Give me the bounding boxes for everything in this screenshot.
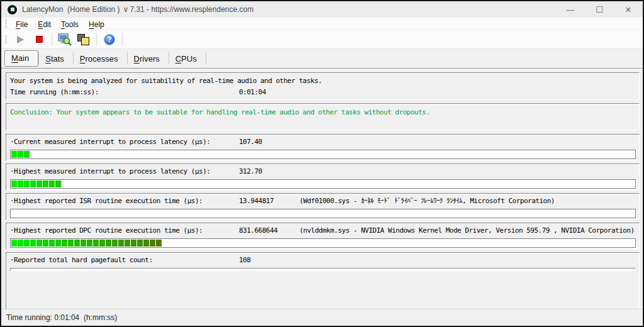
window-title: LatencyMon (Home Edition ) v 7.31 - http… [22, 5, 556, 14]
menu-item-edit[interactable]: Edit [33, 19, 56, 30]
maximize-button[interactable]: ☐ [585, 1, 614, 18]
progress-segment [62, 240, 67, 247]
stat-driver-detail [299, 167, 636, 176]
progress-segment [18, 151, 23, 158]
toolbar-separator [122, 33, 123, 46]
help-button[interactable]: ? [101, 32, 118, 47]
tab-separator [206, 52, 206, 64]
toolbar-separator [52, 33, 52, 46]
progress-segment [24, 151, 30, 158]
stat-label: ·Reported total hard pagefault count: [10, 255, 239, 265]
progress-segment [24, 180, 30, 187]
latency-progress-bar [10, 150, 636, 159]
stat-value: 13.944817 [239, 196, 299, 206]
main-tab-content: Your system is being analyzed for suitab… [1, 68, 643, 309]
progress-segment [43, 180, 48, 187]
cpu-view-icon [77, 34, 90, 45]
progress-segment [55, 180, 61, 187]
latency-progress-bar [10, 238, 636, 248]
progress-segment [55, 240, 61, 247]
stat-row: ·Highest reported DPC routine execution … [10, 226, 636, 235]
tab-cpus[interactable]: CPUs [169, 51, 206, 68]
progress-segment [11, 180, 17, 187]
stop-monitor-button[interactable] [31, 32, 47, 47]
title-bar: LatencyMon (Home Edition ) v 7.31 - http… [1, 1, 643, 18]
start-monitor-button[interactable] [12, 32, 28, 47]
stat-value: 107.40 [239, 137, 299, 147]
tab-bar: MainStatsProcessesDriversCPUs [1, 49, 643, 68]
progress-segment [68, 240, 74, 247]
stat-label: ·Current measured interrupt to process l… [10, 137, 239, 147]
progress-segment [49, 180, 55, 187]
stat-value: 312.70 [239, 167, 299, 176]
toolbar-gripper-icon [5, 35, 7, 43]
stop-icon [36, 36, 43, 43]
progress-segment [11, 151, 17, 158]
latencymon-app-icon [8, 5, 17, 14]
progress-segment [43, 240, 48, 247]
latency-progress-bar [10, 209, 636, 218]
stat-value: 831.668644 [239, 226, 299, 235]
window-controls: — ☐ ✕ [556, 1, 643, 18]
stat-section: ·Highest reported ISR routine execution … [6, 193, 640, 220]
progress-segment [99, 240, 105, 247]
menu-item-help[interactable]: Help [84, 19, 109, 30]
stat-section: ·Highest reported DPC routine execution … [6, 223, 640, 250]
progress-segment [93, 240, 99, 247]
stat-driver-detail [299, 255, 636, 265]
menu-item-tools[interactable]: Tools [56, 19, 84, 30]
progress-segment [36, 240, 42, 247]
stat-section: ·Highest measured interrupt to process l… [6, 164, 640, 191]
analyze-icon [58, 33, 72, 46]
menu-item-file[interactable]: File [11, 19, 33, 30]
stat-label: ·Highest reported DPC routine execution … [10, 226, 239, 235]
progress-segment [49, 240, 55, 247]
close-button[interactable]: ✕ [614, 1, 643, 18]
progress-segment [156, 240, 162, 247]
progress-segment [30, 180, 36, 187]
time-running-label: Time running (h:mm:ss): [10, 87, 239, 98]
status-bar: Time running: 0:01:04 (h:mm:ss) [1, 309, 643, 326]
stat-row: ·Highest reported ISR routine execution … [10, 196, 636, 206]
stat-driver-detail: (nvlddmkm.sys - NVIDIA Windows Kernel Mo… [299, 226, 636, 235]
stat-section: ·Reported total hard pagefault count:108 [6, 252, 640, 309]
progress-segment [137, 240, 143, 247]
progress-segment [80, 240, 86, 247]
latency-progress-bar [10, 179, 636, 189]
progress-segment [150, 240, 155, 247]
analyze-button[interactable] [57, 32, 73, 47]
latencymon-window: LatencyMon (Home Edition ) v 7.31 - http… [0, 0, 644, 327]
stat-section: ·Current measured interrupt to process l… [6, 134, 640, 161]
stat-row: ·Current measured interrupt to process l… [10, 137, 636, 147]
tab-drivers[interactable]: Drivers [128, 51, 169, 68]
progress-segment [24, 240, 30, 247]
toolbar: ? [1, 30, 643, 49]
help-icon: ? [104, 34, 115, 45]
menu-bar: FileEditToolsHelp [1, 18, 643, 30]
progress-segment [87, 240, 92, 247]
tab-processes[interactable]: Processes [74, 51, 127, 68]
tab-stats[interactable]: Stats [39, 51, 73, 68]
play-icon [17, 36, 24, 43]
progress-segment [74, 240, 80, 247]
conclusion-panel: Conclusion: Your system appears to be su… [6, 103, 640, 130]
analysis-message: Your system is being analyzed for suitab… [10, 75, 635, 87]
progress-segment [112, 240, 118, 247]
stat-driver-detail: (Wdf01000.sys - ｶｰﾈﾙ ﾓｰﾄﾞ ﾄﾞﾗｲﾊﾞｰ ﾌﾚｰﾑﾜｰ… [299, 196, 636, 206]
stat-value: 108 [239, 255, 299, 265]
tab-main[interactable]: Main [4, 50, 38, 67]
time-running-row: Time running (h:mm:ss): 0:01:04 [10, 87, 635, 98]
progress-segment [143, 240, 149, 247]
progress-segment [11, 240, 17, 247]
stat-driver-detail [299, 137, 636, 147]
progress-segment [18, 180, 23, 187]
stat-label: ·Highest reported ISR routine execution … [10, 196, 239, 206]
minimize-button[interactable]: — [556, 1, 585, 18]
progress-segment [36, 180, 42, 187]
analysis-info-panel: Your system is being analyzed for suitab… [6, 72, 640, 100]
progress-segment [106, 240, 111, 247]
cpu-windows-button[interactable] [75, 32, 92, 47]
stat-label: ·Highest measured interrupt to process l… [10, 167, 239, 176]
menu-gripper-icon [5, 19, 7, 28]
stat-row: ·Reported total hard pagefault count:108 [10, 255, 636, 265]
